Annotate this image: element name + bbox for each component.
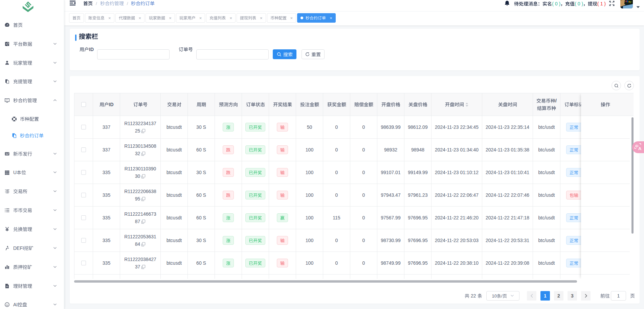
svg-text:A: A xyxy=(638,146,642,151)
